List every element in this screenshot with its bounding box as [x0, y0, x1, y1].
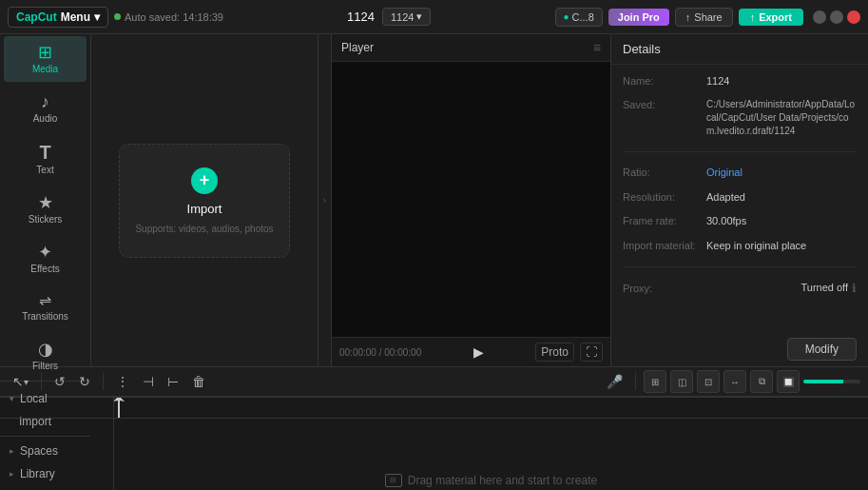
filters-label: Filters [32, 361, 58, 371]
toolbar-divider-2 [103, 373, 104, 390]
track-mode-3-button[interactable]: ⊡ [697, 370, 720, 393]
share-label: Share [694, 11, 722, 23]
player-title: Player [341, 41, 374, 54]
media-icon: ⊞ [38, 44, 52, 61]
framerate-label: Frame rate: [623, 214, 699, 226]
resolution-value: Adapted [706, 190, 857, 205]
panel-expand-button[interactable]: › [318, 34, 332, 366]
toolbar-item-effects[interactable]: ✦ Effects [4, 236, 87, 282]
menu-button[interactable]: CapCut Menu ▾ [8, 7, 108, 28]
details-separator-1 [623, 151, 857, 152]
undo-button[interactable]: ↺ [49, 371, 70, 392]
capcut-c-icon: ● [564, 11, 569, 22]
next-frame-button[interactable]: ⊢ [163, 371, 183, 392]
player-screen [332, 62, 610, 337]
media-label: Media [32, 64, 58, 74]
cursor-icon: ↖ [12, 374, 24, 389]
transitions-label: Transitions [22, 311, 68, 322]
top-right-controls: ● C...8 Join Pro ↑ Share ↑ Export ─ □ ✕ [555, 8, 861, 27]
export-label: Export [759, 11, 792, 23]
join-pro-button[interactable]: Join Pro [608, 9, 669, 26]
cursor-arrow-icon: ▾ [24, 377, 29, 387]
redo-button[interactable]: ↻ [74, 371, 95, 392]
proxy-info-icon[interactable]: ℹ [852, 282, 857, 295]
modify-button[interactable]: Modify [787, 338, 857, 361]
close-button[interactable]: ✕ [847, 10, 860, 24]
redo-icon: ↻ [79, 374, 90, 389]
player-right-controls: Proto ⛶ [535, 343, 603, 362]
toolbar-divider-1 [41, 373, 42, 390]
audio-label: Audio [33, 113, 58, 124]
resolution-label: Resolution: [623, 190, 699, 203]
window-controls: ─ □ ✕ [813, 10, 860, 24]
details-body: Name: 1124 Saved: C:/Users/Administrator… [611, 65, 868, 332]
drag-hint-icon: ⊟ [385, 474, 402, 487]
res-arrow-icon: ▾ [416, 10, 422, 23]
track-mode-2-icon: ◫ [678, 377, 686, 387]
detail-row-framerate: Frame rate: 30.00fps [623, 214, 857, 228]
proxy-value: Turned off [800, 281, 848, 295]
auto-saved-status: Auto saved: 14:18:39 [114, 11, 223, 23]
import-label: Import [187, 202, 222, 216]
track-mode-1-icon: ⊞ [651, 377, 659, 387]
detail-row-name: Name: 1124 [623, 74, 857, 88]
next-frame-icon: ⊢ [167, 374, 179, 389]
framerate-value: 30.00fps [706, 214, 857, 228]
track-mode-1-button[interactable]: ⊞ [644, 370, 666, 393]
prev-frame-button[interactable]: ⊣ [138, 371, 159, 392]
toolbar-item-media[interactable]: ⊞ Media [4, 36, 87, 82]
project-name: 1124 [347, 10, 375, 24]
toolbar-right: 🎤 ⊞ ◫ ⊡ ↔ ⧉ 🔲 [602, 370, 860, 393]
proxy-label: Proxy: [623, 282, 699, 294]
maximize-button[interactable]: □ [830, 10, 843, 24]
drag-hint-area[interactable]: ⊟ Drag material here and start to create [114, 419, 868, 490]
proto-button[interactable]: Proto [535, 343, 574, 362]
track-mode-5-button[interactable]: ⧉ [750, 370, 773, 393]
main-layout: ⊞ Media ♪ Audio T Text ★ Stickers ✦ Effe… [0, 34, 868, 366]
timeline-left-gutter [0, 398, 114, 490]
mic-icon: 🎤 [607, 374, 623, 389]
import-material-value: Keep in original place [706, 239, 857, 253]
track-mode-2-button[interactable]: ◫ [670, 370, 693, 393]
resolution-button[interactable]: 1124 ▾ [382, 8, 431, 26]
play-button[interactable]: ▶ [473, 344, 484, 360]
fullscreen-button[interactable]: ⛶ [580, 343, 603, 362]
media-area: + Import Supports: videos, audios, photo… [91, 34, 318, 366]
track-mode-6-icon: 🔲 [782, 377, 794, 387]
track-mode-5-icon: ⧉ [759, 376, 765, 387]
mic-button[interactable]: 🎤 [602, 371, 627, 392]
toolbar-item-audio[interactable]: ♪ Audio [4, 86, 87, 131]
top-bar: CapCut Menu ▾ Auto saved: 14:18:39 1124 … [0, 0, 868, 34]
timeline-playhead [118, 398, 120, 418]
player-menu-icon[interactable]: ≡ [593, 40, 601, 55]
capcut-c-button[interactable]: ● C...8 [555, 8, 603, 27]
track-mode-6-button[interactable]: 🔲 [777, 370, 800, 393]
text-icon: T [39, 143, 50, 162]
track-mode-4-button[interactable]: ↔ [723, 370, 746, 393]
toolbar-item-text[interactable]: T Text [4, 135, 87, 183]
status-dot-icon [114, 13, 121, 20]
bottom-toolbar: ↖ ▾ ↺ ↻ ⋮ ⊣ ⊢ 🗑 🎤 ⊞ ◫ ⊡ ↔ [0, 366, 868, 397]
volume-slider[interactable] [803, 380, 860, 383]
import-dropzone[interactable]: + Import Supports: videos, audios, photo… [119, 144, 290, 258]
split-button[interactable]: ⋮ [111, 371, 134, 392]
detail-row-import-material: Import material: Keep in original place [623, 239, 857, 253]
toolbar-item-stickers[interactable]: ★ Stickers [4, 186, 87, 232]
prev-frame-icon: ⊣ [143, 374, 154, 389]
timeline-main[interactable]: ⊟ Drag material here and start to create [114, 398, 868, 490]
proxy-info: Turned off ℹ [800, 281, 857, 295]
detail-row-ratio: Ratio: Original [623, 166, 857, 180]
ratio-value[interactable]: Original [706, 166, 857, 180]
cursor-button[interactable]: ↖ ▾ [8, 371, 33, 392]
ratio-label: Ratio: [623, 166, 699, 178]
split-icon: ⋮ [116, 374, 129, 389]
player-area: Player ≡ 00:00:00 / 00:00:00 ▶ Proto ⛶ [332, 34, 611, 366]
export-icon: ↑ [750, 11, 756, 23]
share-button[interactable]: ↑ Share [675, 8, 733, 27]
toolbar-item-transitions[interactable]: ⇌ Transitions [4, 285, 87, 329]
media-content: + Import Supports: videos, audios, photo… [91, 34, 318, 366]
minimize-button[interactable]: ─ [813, 10, 826, 24]
export-button[interactable]: ↑ Export [739, 9, 803, 26]
capcut-c-label: C...8 [572, 11, 594, 23]
delete-button[interactable]: 🗑 [187, 371, 210, 392]
